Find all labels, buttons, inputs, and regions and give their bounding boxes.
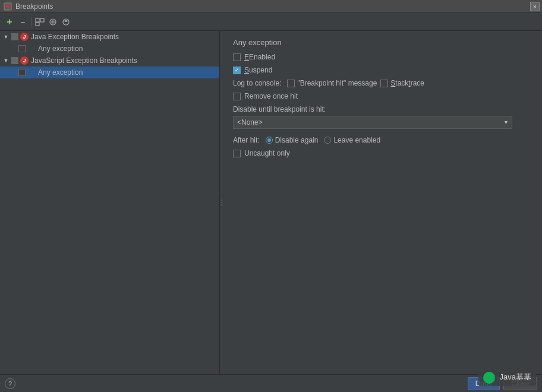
remove-once-hit-checkbox[interactable] <box>233 93 241 100</box>
main-container: + − ▼ J Java Exception Breakpoints <box>0 13 542 392</box>
tree-label-js-any: Any exception <box>38 68 83 77</box>
toolbar-separator <box>31 17 31 27</box>
bottom-bar: ? Done Close <box>0 374 542 392</box>
tree-label-java: Java Exception Breakpoints <box>31 33 119 41</box>
done-button[interactable]: Done <box>468 377 500 390</box>
toolbar-btn-2[interactable] <box>47 16 59 28</box>
disable-until-row: Disable until breakpoint is hit: <None> <box>233 105 532 129</box>
disable-until-dropdown-wrapper: <None> <box>233 116 512 129</box>
remove-once-hit-row: Remove once hit <box>233 92 532 100</box>
action-buttons: Done Close <box>468 377 537 390</box>
divider-dot-3 <box>221 204 222 206</box>
svg-point-1 <box>6 5 10 8</box>
stacktrace-checkbox[interactable] <box>380 80 388 87</box>
toolbar-btn-1[interactable] <box>34 16 46 28</box>
tree-group-java[interactable]: ▼ J Java Exception Breakpoints <box>0 31 219 43</box>
remove-breakpoint-button[interactable]: − <box>17 16 29 28</box>
svg-rect-2 <box>36 18 39 22</box>
section-title: Any exception <box>233 38 532 47</box>
add-breakpoint-button[interactable]: + <box>4 16 15 28</box>
tree-label-java-any: Any exception <box>38 45 83 53</box>
tree-checkbox-java-group[interactable] <box>11 33 18 40</box>
svg-rect-4 <box>36 23 39 26</box>
tree-arrow-java: ▼ <box>2 33 10 40</box>
toolbar: + − <box>0 13 542 31</box>
uncaught-only-row: Uncaught only <box>233 149 532 157</box>
suspend-row: Suspend <box>233 66 532 74</box>
toolbar-btn-3[interactable] <box>60 16 72 28</box>
close-button[interactable]: × <box>530 2 540 11</box>
tree-item-js-any[interactable]: Any exception <box>0 67 219 78</box>
breakpoint-hit-wrap: "Breakpoint hit" message <box>287 79 377 87</box>
leave-enabled-option[interactable]: Leave enabled <box>324 136 380 144</box>
tree-group-js[interactable]: ▼ J JavaScript Exception Breakpoints <box>0 55 219 67</box>
tree-arrow-js: ▼ <box>2 57 10 64</box>
after-hit-row: After hit: Disable again Leave enabled <box>233 136 532 144</box>
disable-until-label: Disable until breakpoint is hit: <box>233 105 532 113</box>
title-bar-icon <box>4 2 12 11</box>
remove-once-hit-label: Remove once hit <box>244 92 298 100</box>
after-hit-label: After hit: <box>233 136 260 144</box>
leave-enabled-label: Leave enabled <box>333 136 380 144</box>
uncaught-only-label: Uncaught only <box>244 149 290 157</box>
breakpoint-hit-label: "Breakpoint hit" message <box>297 79 377 87</box>
content-area: ▼ J Java Exception Breakpoints Any excep… <box>0 31 542 374</box>
divider-dot-1 <box>221 200 222 201</box>
suspend-label: Suspend <box>244 66 272 74</box>
leave-enabled-radio[interactable] <box>324 137 331 144</box>
tree-checkbox-js-any[interactable] <box>18 69 26 76</box>
uncaught-only-checkbox[interactable] <box>233 150 241 157</box>
title-bar: Breakpoints × <box>0 0 542 13</box>
breakpoint-hit-checkbox[interactable] <box>287 80 295 87</box>
disable-until-select[interactable]: <None> <box>233 116 512 129</box>
right-panel: Any exception EEnabled Suspend Log to co… <box>223 31 542 374</box>
tree-checkbox-js-group[interactable] <box>11 57 18 64</box>
tree-item-java-any[interactable]: Any exception <box>0 43 219 55</box>
divider-dot-2 <box>221 202 222 203</box>
close-dialog-button[interactable]: Close <box>503 377 537 390</box>
tree-icon-js: J <box>20 56 29 65</box>
svg-rect-3 <box>40 18 44 22</box>
enabled-row: EEnabled <box>233 53 532 61</box>
tree-icon-java: J <box>20 33 29 41</box>
left-panel: ▼ J Java Exception Breakpoints Any excep… <box>0 31 220 374</box>
help-button[interactable]: ? <box>5 378 15 389</box>
log-console-label: Log to console: <box>233 79 281 87</box>
enabled-label: EEnabled <box>244 53 275 61</box>
disable-again-option[interactable]: Disable again <box>266 136 319 144</box>
title-bar-title: Breakpoints <box>15 2 538 11</box>
suspend-checkbox[interactable] <box>233 67 241 74</box>
log-console-row: Log to console: "Breakpoint hit" message… <box>233 79 532 87</box>
enabled-checkbox[interactable] <box>233 53 241 61</box>
disable-again-label: Disable again <box>275 136 319 144</box>
tree-checkbox-java-any[interactable] <box>18 45 26 52</box>
stacktrace-label: Stacktrace <box>390 79 424 87</box>
stacktrace-wrap: Stacktrace <box>380 79 424 87</box>
disable-again-radio[interactable] <box>266 137 273 144</box>
tree-label-js: JavaScript Exception Breakpoints <box>31 56 137 65</box>
